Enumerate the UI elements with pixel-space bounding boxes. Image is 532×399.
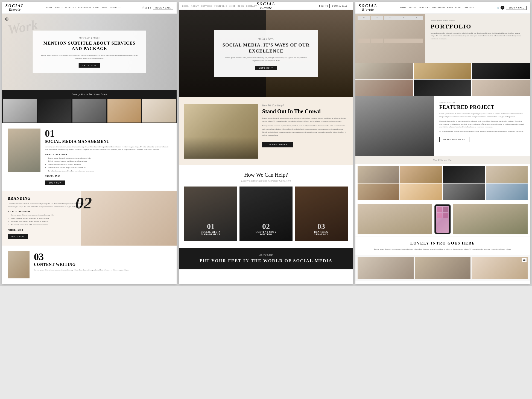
nav-panel3: SOCIAL Elevate HOME ABOUT SERVICES PORTF… xyxy=(355,2,530,14)
list-item: Eu lobortis elementum nibh tellus molest… xyxy=(11,223,89,227)
branding-num: 02 xyxy=(75,194,92,212)
book-call-btn-p1[interactable]: BOOK A CALL xyxy=(153,6,173,10)
nav-home-p3[interactable]: HOME xyxy=(400,7,407,9)
phone-row-p3 xyxy=(355,202,530,237)
nav-services-p3[interactable]: SERVICES xyxy=(419,7,430,9)
list-item: Massa eget egestas purus viverra accumsa… xyxy=(48,163,171,166)
portfolio-grid-item-5 xyxy=(414,80,472,96)
service-1-cta[interactable]: BOOK NOW xyxy=(45,180,65,185)
cal-cell: T xyxy=(371,16,383,20)
service-card-3[interactable]: 03 BRANDINGSTRATEGY → xyxy=(295,187,348,241)
featured-script: Hello Goes The xyxy=(439,101,524,104)
book-call-btn-p2[interactable]: BOOK A CALL xyxy=(329,4,350,8)
nav-right-p2: f ◎ t p BOOK A CALL xyxy=(319,4,350,8)
cw-num: 03 xyxy=(34,251,129,263)
cal-cell: M xyxy=(358,16,370,20)
services-strip-p2: How We Can Help? Lovely Subtitle About t… xyxy=(179,165,353,248)
nav-services-p2[interactable]: SERVICES xyxy=(201,5,212,7)
intro-title: LOVELY INTRO GOES HERE xyxy=(361,241,524,246)
hero-script-p1: How Can I Help? xyxy=(39,36,140,39)
nav-about-p1[interactable]: ABOUT xyxy=(55,7,63,9)
cal-cell xyxy=(397,39,410,43)
service-card-1[interactable]: 01 SOCIAL MEDIAMANAGEMENT → xyxy=(184,187,237,241)
pinterest-icon: p xyxy=(326,4,328,7)
portfolio-grid-item-2 xyxy=(414,63,472,79)
nav-logo-p2: SOCIAL Elevate xyxy=(257,2,276,10)
services-title-p2: How We Can Help? xyxy=(184,172,348,178)
photo-grid-p3 xyxy=(355,164,530,202)
card-2-num: 02 xyxy=(243,222,289,231)
nav-cart-p3: 🛒 0 xyxy=(497,6,504,10)
nav-social-icons-p2: f ◎ t p xyxy=(319,4,328,7)
phone-screen xyxy=(436,206,449,233)
featured-cta[interactable]: REACH OUT TO ME xyxy=(439,137,469,142)
featured-title: FEATURED PROJECT xyxy=(439,104,524,110)
portfolio-hero-img: M T W T F xyxy=(355,14,425,63)
nav-shop-p2[interactable]: SHOP xyxy=(229,5,235,7)
nav-about-p2[interactable]: ABOUT xyxy=(191,5,199,7)
cw-title: CONTENT WRITING xyxy=(34,263,129,267)
nav-portfolio-p2[interactable]: PORTFOLIO xyxy=(214,5,227,7)
service-1-img xyxy=(8,129,40,172)
cal-cell xyxy=(410,39,423,43)
gallery-item-4 xyxy=(107,99,141,123)
shop-title-p2: PUT YOUR FEET IN THE WORLD OF SOCIAL MED… xyxy=(184,258,348,264)
branding-p1: 02 BRANDING Lorem ipsum dolor sit amet, … xyxy=(2,191,177,246)
content-writing-p1: 03 CONTENT WRITING Lorem ipsum dolor sit… xyxy=(2,246,177,284)
nav-contact-p3[interactable]: CONTACT xyxy=(464,7,475,9)
person-img-p3 xyxy=(358,204,432,234)
service-1-title: SOCIAL MEDIA MANAGEMENT xyxy=(45,139,171,144)
photo-grid-item-4 xyxy=(486,166,528,183)
gallery-item-2 xyxy=(38,99,72,123)
nav-shop-p1[interactable]: SHOP xyxy=(93,7,99,9)
photo-grid-item-6 xyxy=(400,184,442,200)
photo-grid-item-2 xyxy=(400,166,442,183)
pinterest-icon: p xyxy=(150,6,151,9)
card-1-content: 01 SOCIAL MEDIAMANAGEMENT → xyxy=(184,219,237,241)
nav-portfolio-p3[interactable]: PORTFOLIO xyxy=(432,7,445,9)
shop-strip-p2: In The Shop PUT YOUR FEET IN THE WORLD O… xyxy=(179,248,353,269)
photo-grid-item-5 xyxy=(358,184,399,200)
cal-cell xyxy=(384,39,396,43)
card-1-title: SOCIAL MEDIAMANAGEMENT xyxy=(188,231,234,236)
how-img-p2 xyxy=(184,104,258,159)
nav-right-p3: 🛒 0 BOOK A CALL xyxy=(497,6,527,10)
nav-home-p1[interactable]: HOME xyxy=(46,7,53,9)
facebook-icon: f xyxy=(142,6,143,9)
hero-cta-p1[interactable]: LET'S DO IT xyxy=(79,63,100,68)
book-call-btn-p3[interactable]: BOOK A CALL xyxy=(506,6,527,10)
nav-contact-p1[interactable]: CONTACT xyxy=(110,7,121,9)
branding-cta[interactable]: BOOK NOW xyxy=(8,234,28,239)
intro-img-3: 46 xyxy=(472,257,528,279)
strip-p1: Lovely Works We Have Done xyxy=(2,90,177,98)
app-wrapper: SOCIAL Elevate HOME ABOUT SERVICES PORTF… xyxy=(0,0,532,286)
service-cards-p2: 01 SOCIAL MEDIAMANAGEMENT → 02 CONTENT C… xyxy=(184,187,348,241)
nav-contact-p2[interactable]: CONTACT xyxy=(246,5,257,7)
nav-blog-p3[interactable]: BLOG xyxy=(455,7,461,9)
card-3-arrow: → xyxy=(298,236,344,238)
nav-shop-p3[interactable]: SHOP xyxy=(447,7,453,9)
learn-more-btn-p2[interactable]: LEARN MORE xyxy=(262,142,293,147)
how-strip-script: How It Turned Out! xyxy=(358,159,527,161)
branding-list: Lorem ipsum dolor sit amet, consectetur … xyxy=(11,214,89,227)
list-item: Tincidunt arcu sodales neque sodales ut … xyxy=(48,166,171,170)
nav-about-p3[interactable]: ABOUT xyxy=(409,7,417,9)
service-card-2[interactable]: 02 CONTENT COPYWRITING → xyxy=(239,187,293,241)
instagram-icon: ◎ xyxy=(145,6,147,9)
service-1-p1: 01 SOCIAL MEDIA MANAGEMENT Lorem ipsum d… xyxy=(2,123,177,191)
panel-1: SOCIAL Elevate HOME ABOUT SERVICES PORTF… xyxy=(2,2,177,284)
nav-home-p2[interactable]: HOME xyxy=(182,5,189,7)
nav-services-p1[interactable]: SERVICES xyxy=(65,7,76,9)
nav-blog-p1[interactable]: BLOG xyxy=(101,7,108,9)
cal-cell xyxy=(358,39,370,43)
nav-blog-p2[interactable]: BLOG xyxy=(238,5,244,7)
list-item: Eu lobortis elementum nibh tellus molest… xyxy=(48,170,171,173)
nav-links-p1: HOME ABOUT SERVICES PORTFOLIO SHOP BLOG … xyxy=(46,7,121,9)
cw-img xyxy=(8,251,30,278)
hero-cta-p2[interactable]: LET'S DO IT xyxy=(255,66,277,70)
branding-price: PRICE: $800 xyxy=(8,229,89,231)
branding-bg xyxy=(81,191,177,246)
how-content-p2: How We Can Help? Stand Out In The Crowd … xyxy=(262,104,348,159)
nav-portfolio-p1[interactable]: PORTFOLIO xyxy=(78,7,91,9)
panel-2: HOME ABOUT SERVICES PORTFOLIO SHOP BLOG … xyxy=(179,2,353,284)
